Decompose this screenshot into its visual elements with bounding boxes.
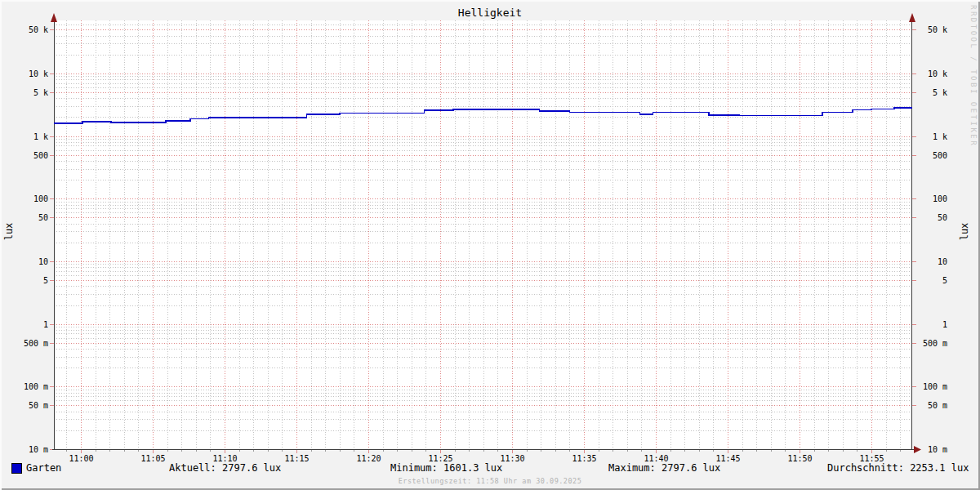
y-tick-label-right: 500 m [923, 339, 947, 348]
stat-durchschnitt: Durchschnitt: 2253.1 lux [827, 462, 969, 474]
stat-aktuell: Aktuell: 2797.6 lux [169, 462, 281, 474]
y-tick-label-left: 50 [38, 213, 48, 222]
chart-title: Helligkeit [0, 7, 980, 19]
y-tick-label-left: 100 [33, 194, 48, 203]
x-tick-label: 11:05 [140, 454, 165, 463]
y-tick-label-right: 500 [933, 151, 947, 160]
x-tick-label: 11:35 [572, 454, 596, 463]
y-tick-label-left: 1 k [33, 132, 48, 141]
y-tick-label-right: 100 [933, 194, 947, 203]
y-tick-label-right: 10 m [928, 445, 947, 454]
y-tick-label-left: 500 m [24, 339, 48, 348]
legend-series-label: Garten [26, 462, 61, 474]
y-tick-label-right: 100 m [923, 382, 947, 391]
y-tick-label-right: 50 m [928, 401, 947, 410]
y-tick-label-right: 1 k [933, 132, 947, 141]
y-tick-label-left: 50 k [29, 25, 48, 34]
rrdtool-watermark: RRDTOOL / TOBI OETIKER [969, 5, 978, 147]
x-tick-label: 11:20 [356, 454, 381, 463]
y-tick-label-left: 500 [33, 151, 48, 160]
stat-maximum: Maximum: 2797.6 lux [608, 462, 720, 474]
x-tick-label: 11:50 [787, 454, 812, 463]
rrdtool-graph: 50 k50 k10 k10 k5 k5 k1 k1 k500500100100… [0, 0, 980, 490]
x-axis-arrow [914, 446, 921, 453]
y-tick-label-left: 5 [43, 276, 48, 285]
plot-area [54, 20, 912, 449]
x-tick-label: 11:15 [284, 454, 309, 463]
x-tick-label: 11:00 [69, 454, 93, 463]
y-tick-label-left: 100 m [24, 382, 48, 391]
stat-minimum: Minimum: 1601.3 lux [390, 462, 502, 474]
y-axis-unit-left: lux [3, 220, 14, 244]
y-tick-label-left: 10 k [29, 69, 48, 78]
y-tick-label-right: 50 [938, 213, 947, 222]
y-tick-label-right: 50 k [928, 25, 947, 34]
y-tick-label-left: 10 m [29, 445, 48, 454]
y-tick-label-left: 10 [38, 257, 48, 266]
y-axis-unit-right: lux [959, 220, 969, 244]
y-tick-label-left: 5 k [33, 88, 48, 97]
legend-color-swatch [11, 463, 22, 474]
y-tick-label-left: 1 [43, 320, 48, 329]
y-tick-label-right: 5 [942, 276, 947, 285]
x-tick-label: 11:30 [500, 454, 524, 463]
y-tick-label-left: 50 m [29, 401, 48, 410]
chart-canvas: 50 k50 k10 k10 k5 k5 k1 k1 k500500100100… [0, 0, 980, 490]
creation-timestamp: Erstellungszeit: 11:58 Uhr am 30.09.2025 [0, 477, 980, 485]
y-tick-label-right: 1 [942, 320, 947, 329]
y-tick-label-right: 10 k [928, 69, 947, 78]
y-tick-label-right: 5 k [933, 88, 947, 97]
y-tick-label-right: 10 [938, 257, 947, 266]
